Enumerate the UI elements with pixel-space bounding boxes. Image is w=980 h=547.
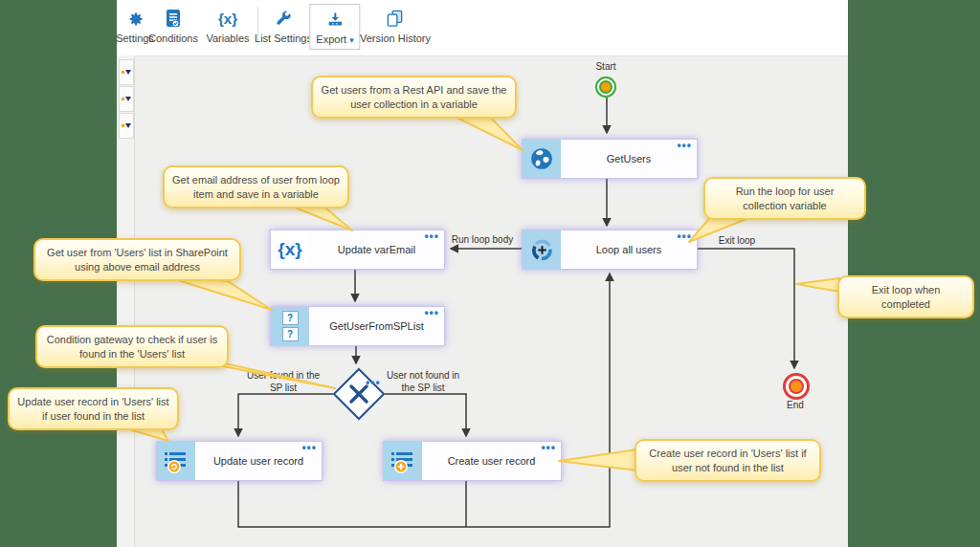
callout-get-users: Get users from a Rest API and save the u… [311,76,517,119]
version-history-pages-icon [385,7,405,31]
conditions-button[interactable]: Conditions [143,4,204,48]
node-title: Update varEmail [309,244,444,255]
menu-dots-icon[interactable] [424,306,439,319]
edge-label-user-found: User found in the SP list [239,370,327,394]
node-create-user-record[interactable]: Create user record [383,441,562,481]
node-title: GetUsers [561,153,697,164]
panel-expander-3[interactable] [119,113,134,139]
toolbar: Settings Conditions {x} Variables List S… [117,0,848,56]
callout-update-record: Update user record in 'Users' list if us… [8,387,179,430]
start-node-core [599,80,612,94]
menu-dots-icon[interactable] [301,441,317,454]
collapsed-panel-strip [117,55,135,547]
variables-label: Variables [206,33,249,44]
export-download-icon [325,8,345,32]
edge-label-exit-loop: Exit loop [704,235,769,248]
menu-dots-icon[interactable] [677,230,692,243]
menu-dots-icon[interactable] [424,230,439,243]
menu-dots-icon[interactable] [541,441,556,454]
list-settings-button[interactable]: List Settings [249,4,318,48]
node-update-varemail[interactable]: {x} Update varEmail [270,230,445,270]
export-button[interactable]: Export▾ [309,4,360,50]
node-title: Update user record [195,455,322,467]
start-label: Start [577,61,635,74]
variables-icon: {x} [218,7,237,31]
callout-create-record: Create user record in 'Users' list if us… [635,439,821,482]
expand-arrow-icon [122,123,131,128]
variables-icon: {x} [271,230,309,269]
loop-icon [523,230,561,269]
list-update-icon [157,442,195,480]
end-label: End [767,400,824,412]
list-add-icon [384,442,422,480]
wrench-icon [274,7,293,31]
node-update-user-record[interactable]: Update user record [156,441,323,481]
node-getusers[interactable]: GetUsers [522,139,698,179]
workflow-designer-screen: Settings Conditions {x} Variables List S… [0,0,980,547]
node-loop-all-users[interactable]: Loop all users [522,230,698,270]
callout-get-user-sp: Get user from 'Users' list in SharePoint… [33,238,241,281]
conditions-document-icon [165,7,182,31]
variables-button[interactable]: {x} Variables [200,4,255,48]
callout-get-email: Get email address of user from loop item… [163,165,349,208]
callout-condition: Condition gateway to check if user is fo… [35,325,229,368]
edge-label-run-loop-body: Run loop body [433,234,532,247]
question-boxes-icon: ? ? [271,307,309,345]
expand-arrow-icon [122,70,131,75]
node-getuserfromsplist[interactable]: ? ? GetUserFromSPList [270,306,445,346]
node-title: Create user record [422,455,561,467]
panel-expander-2[interactable] [119,86,134,112]
chevron-down-icon: ▾ [349,35,354,45]
panel-expander-1[interactable] [119,59,134,85]
globe-icon [523,140,561,178]
list-settings-label: List Settings [255,33,312,44]
menu-dots-icon[interactable] [677,139,692,152]
version-history-button[interactable]: Version History [354,4,436,48]
gear-icon [125,7,145,31]
expand-arrow-icon [122,97,131,101]
conditions-label: Conditions [148,33,198,44]
node-title: Loop all users [561,244,697,255]
callout-run-loop: Run the loop for user collection variabl… [703,177,866,220]
export-label: Export▾ [316,33,353,45]
node-title: GetUserFromSPList [309,320,444,332]
callout-exit-loop: Exit loop when completed [837,275,974,318]
gateway-menu-dots-icon[interactable] [366,376,975,389]
version-history-label: Version History [360,33,431,44]
